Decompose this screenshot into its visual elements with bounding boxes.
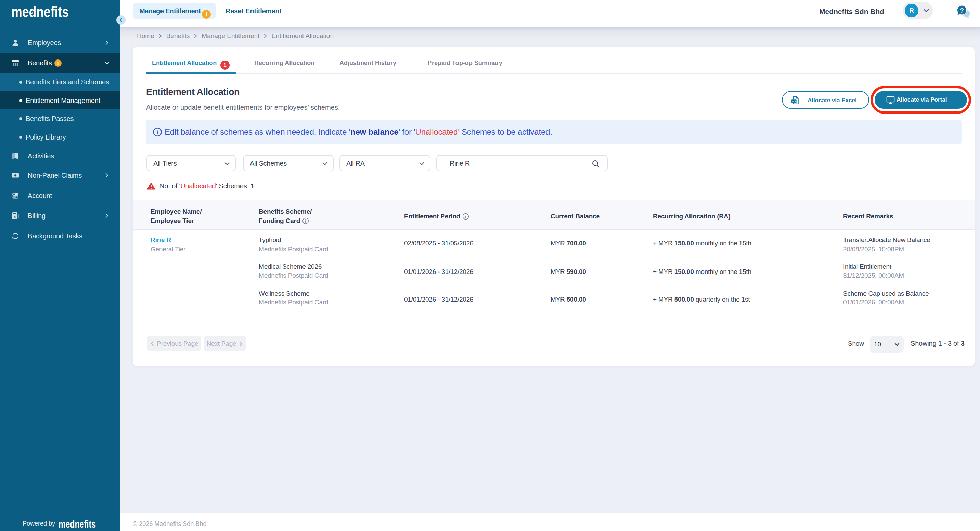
- svg-text:mednefits: mednefits: [11, 3, 69, 20]
- svg-text:?: ?: [960, 7, 964, 14]
- svg-text:XLS: XLS: [791, 100, 797, 103]
- svg-text:mednefits: mednefits: [59, 519, 96, 529]
